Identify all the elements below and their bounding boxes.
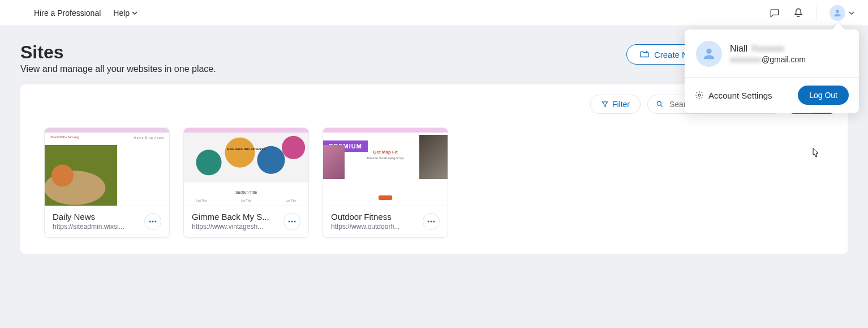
- search-icon: [656, 100, 664, 108]
- user-name: Niall Xxxxxxx: [730, 44, 806, 54]
- site-thumbnail: PREMIUM How does this all work? Section …: [184, 128, 308, 206]
- site-more-button[interactable]: [423, 213, 440, 230]
- chevron-down-icon: [132, 10, 137, 16]
- site-card[interactable]: PREMIUM How does this all work? Section …: [183, 127, 309, 238]
- top-nav: Hire a Professional Help: [0, 0, 868, 26]
- site-more-button[interactable]: [144, 213, 161, 230]
- thumb-section-title: Section Title: [184, 190, 308, 194]
- logout-button[interactable]: Log Out: [798, 86, 849, 105]
- svg-point-1: [657, 101, 661, 105]
- hire-professional-link[interactable]: Hire a Professional: [34, 8, 101, 18]
- filter-icon: [601, 100, 609, 108]
- svg-point-10: [291, 220, 293, 222]
- avatar: [830, 5, 845, 21]
- filter-button[interactable]: Filter: [590, 95, 641, 114]
- page-subtitle: View and manage all your websites in one…: [20, 64, 216, 74]
- thumb-menu: Home Blog About: [134, 136, 165, 139]
- site-url: https://siteadmin.wixsi...: [53, 223, 140, 231]
- top-nav-right: [769, 5, 854, 21]
- more-icon: [149, 220, 157, 223]
- site-meta: Gimme Back My S... https://www.vintagesh…: [184, 206, 308, 237]
- user-menu-button[interactable]: [830, 5, 854, 21]
- notifications-icon[interactable]: [793, 7, 804, 19]
- thumb-title: DontWrite Wrong: [50, 135, 79, 139]
- svg-point-9: [289, 220, 290, 222]
- site-name: Daily News: [53, 212, 140, 221]
- user-menu-popover: Niall Xxxxxxx xxxxxxxx@gmail.com Account…: [685, 29, 859, 113]
- svg-point-12: [428, 220, 429, 222]
- sites-grid: DontWrite Wrong Home Blog About Daily Ne…: [34, 127, 834, 238]
- site-url: https://www.outdoorfi...: [331, 223, 418, 231]
- page-header-text: Sites View and manage all your websites …: [20, 42, 216, 74]
- account-settings-link[interactable]: Account Settings: [695, 91, 772, 100]
- folder-plus-icon: [639, 49, 650, 59]
- avatar: [696, 41, 722, 67]
- site-thumbnail: PREMIUM Get Map Fit Discover Our Running…: [323, 128, 448, 206]
- top-nav-left: Hire a Professional Help: [34, 8, 137, 18]
- svg-point-13: [431, 220, 432, 222]
- svg-point-7: [152, 220, 154, 222]
- user-info: Niall Xxxxxxx xxxxxxxx@gmail.com: [685, 29, 859, 77]
- svg-point-16: [698, 94, 701, 96]
- site-url: https://www.vintagesh...: [192, 223, 279, 231]
- site-card[interactable]: PREMIUM Get Map Fit Discover Our Running…: [323, 127, 448, 238]
- chevron-down-icon: [849, 10, 854, 16]
- more-icon: [288, 220, 296, 223]
- site-meta: Daily News https://siteadmin.wixsi...: [45, 206, 169, 237]
- divider: [817, 6, 817, 20]
- help-menu[interactable]: Help: [113, 8, 137, 18]
- site-meta: Outdoor Fitness https://www.outdoorfi...: [323, 206, 448, 237]
- user-menu-actions: Account Settings Log Out: [685, 77, 859, 113]
- user-email: xxxxxxxx@gmail.com: [730, 55, 806, 64]
- filter-label: Filter: [612, 100, 630, 109]
- svg-point-14: [433, 220, 435, 222]
- svg-point-0: [836, 10, 839, 13]
- gear-icon: [695, 91, 704, 100]
- svg-point-11: [294, 220, 296, 222]
- site-more-button[interactable]: [283, 213, 300, 230]
- site-card[interactable]: DontWrite Wrong Home Blog About Daily Ne…: [44, 127, 170, 238]
- site-name: Gimme Back My S...: [192, 212, 279, 221]
- thumb-title: Get Map Fit: [323, 150, 448, 155]
- inbox-icon[interactable]: [769, 7, 780, 19]
- site-name: Outdoor Fitness: [331, 212, 418, 221]
- more-icon: [427, 220, 435, 223]
- help-label: Help: [113, 8, 130, 18]
- svg-point-15: [706, 49, 711, 54]
- svg-point-6: [149, 220, 151, 222]
- thumb-heading: How does this all work?: [184, 147, 308, 151]
- thumb-subtitle: Discover Our Running Group: [323, 156, 448, 160]
- svg-point-8: [155, 220, 157, 222]
- page-title: Sites: [20, 42, 216, 63]
- site-thumbnail: DontWrite Wrong Home Blog About: [45, 128, 169, 206]
- account-settings-label: Account Settings: [708, 91, 772, 100]
